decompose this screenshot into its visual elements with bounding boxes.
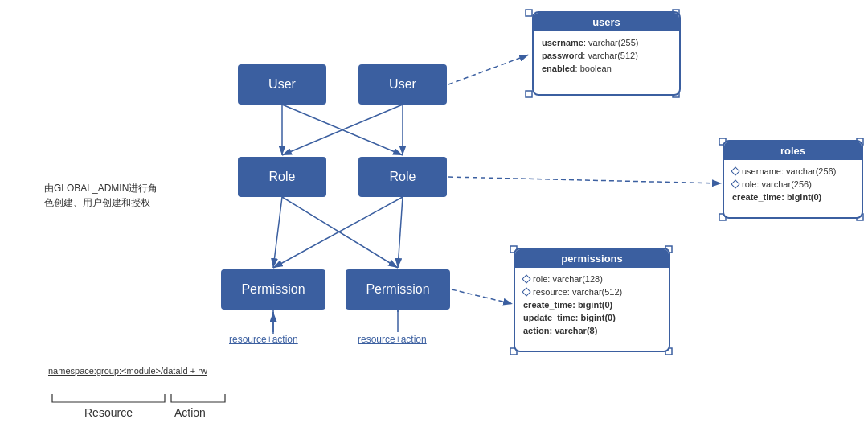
namespace-text: namespace:group:<module>/dataId + rw bbox=[48, 366, 207, 376]
admin-text: 由GLOBAL_ADMIN进行角 色创建、用户创建和授权 bbox=[44, 183, 158, 208]
role2-node: Role bbox=[358, 157, 447, 197]
svg-rect-19 bbox=[526, 91, 532, 97]
svg-line-8 bbox=[398, 197, 403, 268]
roles-table-body: username: varchar(256) role: varchar(256… bbox=[724, 160, 862, 208]
svg-line-9 bbox=[273, 197, 403, 268]
users-field-username: username: varchar(255) bbox=[542, 36, 671, 49]
svg-line-6 bbox=[273, 197, 282, 268]
roles-table: roles username: varchar(256) role: varch… bbox=[723, 140, 863, 219]
resource-action1: resource+action bbox=[229, 334, 298, 345]
role1-label: Role bbox=[269, 170, 296, 184]
permissions-table-header: permissions bbox=[515, 249, 669, 268]
perm1-node: Permission bbox=[221, 269, 326, 310]
roles-field-role: role: varchar(256) bbox=[732, 178, 854, 191]
perm1-label: Permission bbox=[241, 282, 305, 297]
role2-label: Role bbox=[390, 170, 416, 184]
admin-description: 由GLOBAL_ADMIN进行角 色创建、用户创建和授权 bbox=[44, 181, 181, 210]
perm-field-update-time: update_time: bigint(0) bbox=[523, 311, 661, 324]
svg-line-14 bbox=[448, 55, 529, 84]
roles-table-header: roles bbox=[724, 142, 862, 160]
users-field-password: password: varchar(512) bbox=[542, 49, 671, 62]
roles-field-username: username: varchar(256) bbox=[732, 165, 854, 178]
user1-node: User bbox=[238, 64, 326, 105]
diamond-icon bbox=[522, 274, 530, 283]
role1-node: Role bbox=[238, 157, 326, 197]
perm-field-role: role: varchar(128) bbox=[523, 273, 661, 285]
svg-rect-17 bbox=[526, 10, 532, 16]
diamond-icon bbox=[731, 179, 739, 188]
svg-line-7 bbox=[282, 197, 398, 268]
user2-node: User bbox=[358, 64, 447, 105]
perm-field-create-time: create_time: bigint(0) bbox=[523, 298, 661, 311]
resource-action2: resource+action bbox=[358, 334, 427, 345]
users-table-body: username: varchar(255) password: varchar… bbox=[534, 31, 679, 80]
svg-line-16 bbox=[452, 289, 513, 304]
svg-line-15 bbox=[448, 177, 722, 183]
user2-label: User bbox=[389, 77, 416, 92]
action-label: Action bbox=[174, 406, 206, 419]
svg-line-3 bbox=[282, 105, 403, 155]
diamond-icon bbox=[522, 287, 530, 296]
users-table-header: users bbox=[534, 13, 679, 31]
roles-field-create-time: create_time: bigint(0) bbox=[732, 191, 854, 203]
diagram-container: User User Role Role Permission Permissio… bbox=[0, 0, 868, 427]
perm-field-action: action: varchar(8) bbox=[523, 324, 661, 337]
perm-field-resource: resource: varchar(512) bbox=[523, 285, 661, 298]
users-field-enabled: enabled: boolean bbox=[542, 62, 671, 75]
users-table: users username: varchar(255) password: v… bbox=[532, 11, 681, 96]
permissions-table: permissions role: varchar(128) resource:… bbox=[514, 248, 670, 352]
user1-label: User bbox=[268, 77, 296, 92]
perm2-label: Permission bbox=[366, 282, 429, 297]
permissions-table-body: role: varchar(128) resource: varchar(512… bbox=[515, 268, 669, 342]
diamond-icon bbox=[731, 166, 739, 175]
svg-line-5 bbox=[282, 105, 403, 155]
perm2-node: Permission bbox=[346, 269, 450, 310]
resource-label: Resource bbox=[84, 406, 133, 419]
